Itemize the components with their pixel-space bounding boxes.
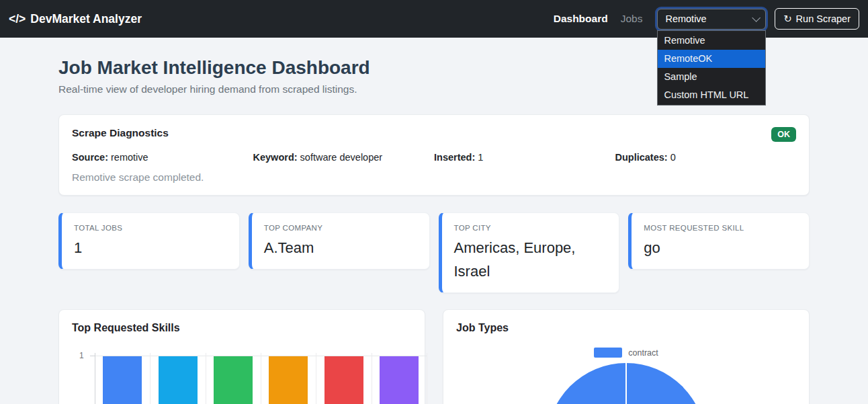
pie-chart[interactable] — [454, 358, 798, 404]
dropdown-option[interactable]: Remotive — [658, 32, 765, 50]
dropdown-option[interactable]: Custom HTML URL — [658, 86, 765, 104]
source-select-value: Remotive — [665, 13, 706, 24]
bar-segment[interactable] — [324, 356, 363, 404]
app-brand[interactable]: </> DevMarket Analyzer — [9, 12, 142, 26]
nav-jobs[interactable]: Jobs — [621, 13, 643, 25]
gridline — [261, 353, 261, 404]
pie-legend: contract — [454, 348, 798, 358]
source-select[interactable]: Remotive RemotiveRemoteOKSampleCustom HT… — [657, 9, 766, 30]
legend-swatch — [594, 348, 622, 358]
stat-label: MOST REQUESTED SKILL — [644, 224, 797, 232]
run-scraper-label: Run Scraper — [796, 13, 851, 24]
stat-label: TOTAL JOBS — [74, 224, 227, 232]
code-icon: </> — [9, 12, 26, 26]
refresh-icon: ↻ — [783, 13, 791, 24]
bar-segment[interactable] — [214, 356, 253, 404]
skills-chart-title: Top Requested Skills — [70, 322, 414, 334]
gridline — [206, 353, 206, 404]
bar-segment[interactable] — [159, 356, 198, 404]
diagnostic-field: Duplicates: 0 — [615, 152, 797, 163]
stat-value: Americas, Europe, Israel — [454, 236, 607, 283]
bar-segment[interactable] — [103, 356, 142, 404]
diagnostic-field: Source: remotive — [72, 152, 253, 163]
stat-card: TOP CITYAmericas, Europe, Israel — [439, 212, 620, 293]
stat-value: go — [644, 236, 797, 259]
diagnostics-message: Remotive scrape completed. — [72, 171, 796, 184]
gridline — [372, 353, 372, 404]
gridline — [150, 353, 150, 404]
stat-label: TOP COMPANY — [264, 224, 417, 232]
stat-value: A.Team — [264, 236, 417, 259]
diagnostic-field-label: Duplicates: — [615, 152, 668, 163]
diagnostic-field-label: Inserted: — [434, 152, 475, 163]
diagnostic-field-label: Source: — [72, 152, 108, 163]
stat-card: TOTAL JOBS1 — [58, 212, 240, 270]
dropdown-option[interactable]: RemoteOK — [658, 50, 765, 68]
stat-label: TOP CITY — [454, 224, 607, 232]
legend-label: contract — [628, 348, 658, 358]
stat-card: MOST REQUESTED SKILLgo — [628, 212, 810, 270]
pie-divider — [625, 363, 627, 404]
diagnostics-title: Scrape Diagnostics — [72, 127, 169, 139]
navbar: </> DevMarket Analyzer Dashboard Jobs Re… — [0, 0, 868, 38]
status-badge: OK — [771, 127, 796, 142]
charts-row: Top Requested Skills 1 Job Types contrac… — [58, 309, 810, 404]
dropdown-option[interactable]: Sample — [658, 68, 765, 86]
jobtypes-chart-title: Job Types — [454, 322, 798, 334]
brand-label: DevMarket Analyzer — [30, 12, 142, 26]
run-scraper-button[interactable]: ↻ Run Scraper — [775, 8, 859, 30]
nav-links: Dashboard Jobs Remotive RemotiveRemoteOK… — [554, 8, 859, 30]
stat-card: TOP COMPANYA.Team — [249, 212, 430, 270]
y-tick-mark — [90, 356, 95, 356]
diagnostic-field-label: Keyword: — [253, 152, 298, 163]
stats-row: TOTAL JOBS1TOP COMPANYA.TeamTOP CITYAmer… — [58, 212, 810, 293]
diagnostics-fields: Source: remotiveKeyword: software develo… — [72, 152, 796, 163]
diagnostics-card: Scrape Diagnostics OK Source: remotiveKe… — [58, 114, 810, 196]
y-axis-line — [95, 353, 95, 404]
diagnostic-field: Inserted: 1 — [434, 152, 615, 163]
gridline — [316, 353, 316, 404]
nav-dashboard[interactable]: Dashboard — [554, 13, 608, 25]
gridline — [427, 353, 427, 404]
diagnostics-header: Scrape Diagnostics OK — [72, 127, 796, 142]
source-dropdown-menu: RemotiveRemoteOKSampleCustom HTML URL — [657, 30, 766, 106]
diagnostic-field: Keyword: software developer — [253, 152, 435, 163]
y-tick-label: 1 — [79, 351, 84, 360]
bar-segment[interactable] — [380, 356, 419, 404]
skills-chart-plot[interactable]: 1 — [70, 349, 414, 404]
skills-chart-card: Top Requested Skills 1 — [58, 309, 425, 404]
stat-value: 1 — [74, 236, 227, 259]
bar-segment[interactable] — [269, 356, 308, 404]
jobtypes-chart-card: Job Types contract — [443, 309, 810, 404]
chevron-down-icon — [752, 13, 761, 22]
